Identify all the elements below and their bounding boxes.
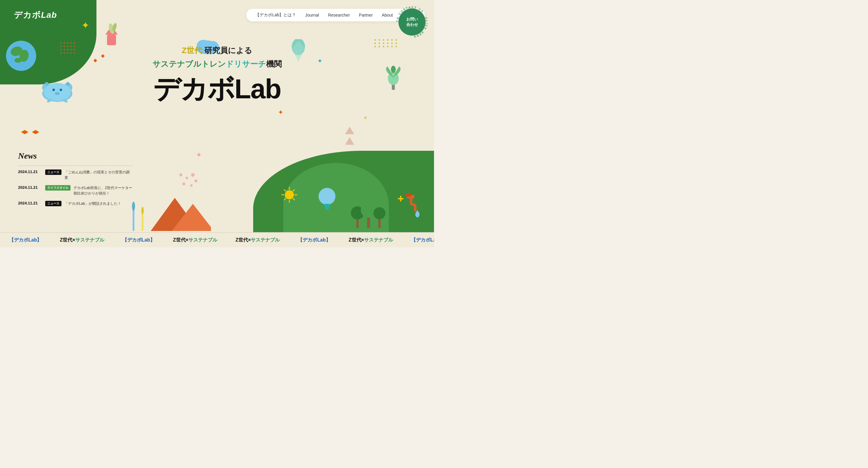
svg-point-11 [55, 92, 60, 95]
svg-point-31 [191, 173, 195, 177]
ticker-item-6: 【デカボLab】 [289, 237, 339, 243]
dots-pattern [60, 42, 75, 56]
header: デカボLab 【デカボLab】とは？ Journal Researcher Pa… [0, 0, 434, 30]
teal-sparkle-icon: ✦ [317, 57, 322, 64]
news-item-3[interactable]: 2024.11.21 ニュース 「デカボLab」が開設されました！ [18, 201, 133, 206]
trees-deco [350, 190, 386, 231]
svg-point-42 [373, 207, 385, 219]
svg-point-30 [186, 177, 188, 179]
nav-about-lab[interactable]: 【デカボLab】とは？ [255, 12, 296, 18]
svg-point-47 [285, 190, 294, 199]
dots-pattern-right [374, 39, 398, 47]
svg-point-43 [318, 188, 336, 205]
diamond-orange-pair [21, 130, 39, 140]
contact-label-1: お問い [406, 17, 418, 22]
earth-icon [4, 39, 38, 72]
news-date-3: 2024.11.21 [18, 201, 42, 205]
plus-icon: + [398, 193, 404, 205]
news-tag-3: ニュース [45, 201, 61, 206]
tagline-green: サステナブルトレン [153, 59, 226, 68]
sun-icon [280, 186, 299, 205]
contact-outer: TO CONTACT US · CLICK HERE · お問い 合わせ [396, 5, 429, 38]
svg-point-29 [179, 173, 182, 176]
ticker-item-3: 【デカボLab】 [113, 237, 164, 243]
mountains-icon [151, 195, 211, 232]
svg-point-61 [141, 207, 144, 214]
svg-line-54 [293, 190, 294, 191]
hero-tagline: サステナブルトレンドリサーチ機関 [153, 59, 282, 69]
ticker-item-7: Z世代×サステナブル [340, 237, 402, 243]
nav-researcher[interactable]: Researcher [328, 13, 350, 18]
ticker-item-5: Z世代×サステナブル [226, 237, 289, 243]
svg-line-52 [284, 190, 286, 191]
logo-lab: Lab [41, 10, 57, 20]
svg-rect-59 [142, 211, 144, 231]
svg-point-34 [194, 179, 197, 182]
bear-icon [39, 79, 75, 104]
nav-journal[interactable]: Journal [305, 13, 319, 18]
news-text-1: 「ごめんね消費」の現実とその背景の調査 [64, 170, 133, 180]
news-divider [18, 166, 133, 166]
svg-line-53 [293, 198, 294, 200]
ticker-item-1: 【デカボLab】 [0, 237, 51, 243]
triangle-deco [344, 127, 355, 152]
ticker-content: 【デカボLab】 Z世代×サステナブル 【デカボLab】 Z世代×サステナブル … [0, 237, 434, 243]
ticker-item-2: Z世代×サステナブル [51, 237, 113, 243]
news-text-3: 「デカボLab」が開設されました！ [64, 201, 121, 206]
logo-text: デカボ [14, 10, 41, 20]
svg-line-15 [64, 100, 66, 101]
hero-subtitle: Z世代 研究員による [153, 45, 282, 56]
nav-partner[interactable]: Partner [359, 13, 373, 18]
svg-point-26 [391, 66, 396, 73]
ticker-item-4: Z世代×サステナブル [164, 237, 226, 243]
tagline-teal: ドリサーチ [226, 59, 266, 68]
pink-sparkle-center: ✦ [196, 151, 202, 159]
tagline-rest: 機関 [266, 59, 282, 68]
nav-about[interactable]: About [382, 13, 393, 18]
svg-point-13 [66, 82, 70, 86]
plant-right-icon [383, 60, 404, 92]
svg-rect-16 [107, 35, 116, 45]
sparkle-right-mid: ✦ [363, 115, 368, 121]
news-text-2: デカボLab所長に、Z世代マーケター朝比奈ひかりが就任！ [73, 185, 133, 196]
news-tag-2: ライフスタイル [45, 185, 70, 191]
svg-point-9 [53, 89, 55, 91]
pink-dots-deco [175, 169, 199, 194]
svg-line-55 [284, 198, 286, 200]
svg-rect-45 [324, 206, 330, 208]
svg-marker-27 [21, 130, 28, 134]
svg-rect-44 [324, 204, 330, 206]
news-tag-1: ニュース [45, 170, 61, 175]
svg-marker-35 [345, 127, 354, 134]
news-item-1[interactable]: 2024.11.21 ニュース 「ごめんね消費」の現実とその背景の調査 [18, 170, 133, 180]
subtitle-highlight: Z世代 [182, 46, 202, 55]
news-item-2[interactable]: 2024.11.21 ライフスタイル デカボLab所長に、Z世代マーケター朝比奈… [18, 185, 133, 196]
subtitle-rest: 研究員による [202, 46, 252, 55]
news-date-2: 2024.11.21 [18, 185, 42, 190]
svg-point-33 [190, 184, 193, 187]
svg-marker-36 [345, 137, 354, 145]
sparkle-orange-icon-1: ◆ [93, 57, 97, 63]
svg-point-64 [405, 193, 412, 197]
hero-logo-main: デカボLab [153, 76, 282, 103]
ticker-item-8: 【デカボLab】 [402, 237, 434, 243]
svg-line-14 [48, 100, 51, 101]
hero-section: デカボLab 【デカボLab】とは？ Journal Researcher Pa… [0, 0, 434, 247]
svg-point-12 [45, 82, 49, 86]
contact-button[interactable]: お問い 合わせ [398, 8, 426, 36]
svg-point-4 [14, 58, 22, 63]
svg-rect-46 [325, 208, 329, 210]
lightbulb-icon [316, 186, 338, 217]
site-logo[interactable]: デカボLab [9, 7, 62, 23]
svg-rect-39 [378, 218, 381, 228]
sparkle-right-lower: ✦ [278, 109, 283, 116]
svg-marker-28 [32, 130, 39, 134]
ticker-bar: 【デカボLab】 Z世代×サステナブル 【デカボLab】 Z世代×サステナブル … [0, 232, 434, 247]
contact-label-2: 合わせ [406, 22, 418, 27]
svg-point-32 [182, 182, 185, 185]
teal-gem-icon [289, 39, 307, 64]
news-date-1: 2024.11.21 [18, 170, 42, 174]
svg-point-10 [60, 89, 62, 91]
sparkle-orange-icon-2: ◆ [101, 53, 104, 59]
news-section: News 2024.11.21 ニュース 「ごめんね消費」の現実とその背景の調査… [18, 151, 133, 211]
